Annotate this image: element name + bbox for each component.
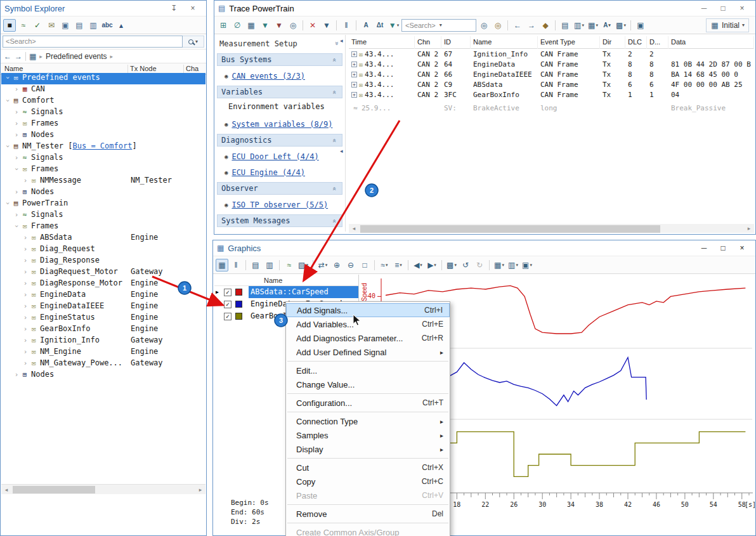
next-sample-icon[interactable]: ▶▾ [426,259,438,271]
maximize-button[interactable]: □ [714,242,733,254]
tree-item-enginestatus[interactable]: ›✉EngineStatusEngine [1,313,205,324]
menu-item-remove[interactable]: RemoveDel [286,507,450,521]
trace-row-absdata[interactable]: +✉43.4...CAN 2C9ABSdataCAN FrameTx664F 0… [349,79,754,89]
tree-item-diag-response[interactable]: ›✉Diag_Response [1,256,205,267]
expand-icon[interactable]: + [351,72,357,77]
sidebar-link-iso-tp-observer-5-5[interactable]: ◉ISO TP observer (5/5) [216,199,344,211]
menu-item-configuration[interactable]: Configuration...Ctrl+T [286,396,450,410]
menu-item-display[interactable]: Display▸ [286,442,450,456]
filter-view-icon[interactable]: ▼▾ [388,19,400,32]
tree-item-nm-gateway-powe[interactable]: ›✉NM_Gateway_Powe...Gateway [1,358,205,370]
chart-minimize-icon[interactable]: ▥ [263,259,276,271]
signal-visibility-checkbox[interactable]: ✓ [224,313,231,320]
menu-item-connection-type[interactable]: Connection Type▸ [286,414,450,428]
marker-icon[interactable]: ◆ [539,19,552,32]
column-header-data[interactable]: Data [668,36,754,49]
tree-twisty-icon[interactable]: › [13,85,20,93]
sidebar-link-ecu-door-left-4-4[interactable]: ◉ECU Door Left (4/4) [216,150,344,162]
trace-row-ignition-info[interactable]: +✉43.4...CAN 267Ignition_InfoCAN FrameTx… [349,49,754,59]
tree-twisty-icon[interactable]: › [22,291,29,299]
collapse-icon[interactable]: « [330,138,339,143]
tree-item-nodes[interactable]: ›⊞Nodes [1,370,205,381]
copy-list-icon[interactable]: ▣ [59,19,72,32]
column-header-cha[interactable]: Cha [186,65,199,72]
tree-twisty-icon[interactable]: › [22,359,29,367]
color-icon[interactable]: ▩▾ [615,19,627,32]
minimize-button[interactable]: ─ [694,242,714,254]
add-signal-list-icon[interactable]: ▧▾ [297,259,310,271]
tree-twisty-icon[interactable]: › [22,325,29,333]
columns-icon[interactable]: ▦▾ [587,19,599,32]
tree-twisty-icon[interactable]: › [4,200,12,207]
sidebar-link-ecu-engine-4-4[interactable]: ◉ECU Engine (4/4) [216,166,344,178]
find-icon[interactable]: ◎ [287,19,299,32]
sidebar-section-diagnostics[interactable]: Diagnostics« [217,134,342,147]
prev-sample-icon[interactable]: ◀▾ [412,259,424,271]
tree-twisty-icon[interactable]: › [22,245,29,253]
add-signal-icon[interactable]: ≈ [283,259,296,271]
tree-twisty-icon[interactable]: › [13,223,21,230]
tree-item-signals[interactable]: ›≈Signals [1,107,205,119]
chart-stacked-icon[interactable]: ▤ [249,259,262,271]
zoom-out-icon[interactable]: ⊖ [344,259,357,271]
tree-item-nodes[interactable]: ›⊞Nodes [1,187,205,199]
filter-stop-icon[interactable]: ▼ [273,19,285,32]
paste-list-icon[interactable]: ▤ [73,19,86,32]
find-next-icon[interactable]: ◎ [478,19,490,32]
menu-item-edit[interactable]: Edit... [286,363,450,377]
scrollbar-thumb[interactable] [13,486,95,494]
goto-back-icon[interactable]: ← [511,19,524,32]
tree-item-nmmessage[interactable]: ›✉NMMessageNM_Tester [1,176,205,187]
waveform-filter-icon[interactable]: ≈ [17,19,30,32]
search-button[interactable]: ▾ [183,36,204,48]
tree-item-nm-engine[interactable]: ›✉NM_EngineEngine [1,347,205,358]
undo-icon[interactable]: ↺ [459,259,472,271]
tree-twisty-icon[interactable]: › [22,302,29,310]
filter-pass-icon[interactable]: ▼ [259,19,271,32]
trace-row-enginedataieee[interactable]: +✉43.4...CAN 266EngineDataIEEECAN FrameT… [349,69,754,79]
zoom-in-icon[interactable]: ⊕ [330,259,343,271]
expand-icon[interactable]: + [351,92,357,98]
forward-button[interactable]: → [15,52,22,61]
search-input[interactable]: <Search> [3,36,183,48]
tree-item-signals[interactable]: ›≈Signals [1,210,205,221]
scrollbar-track[interactable] [359,224,744,233]
tree-item-signals[interactable]: ›≈Signals [1,153,205,164]
scroll-right-icon[interactable]: ▸ [744,225,754,232]
signal-select-icon[interactable]: ✓ [31,19,44,32]
collapse-icon[interactable]: « [330,58,339,62]
column-header-event-type[interactable]: Event Type [538,36,600,49]
tree-twisty-icon[interactable]: › [13,108,20,116]
expand-icon[interactable]: + [351,82,357,88]
sidebar-link-system-variables-8-9[interactable]: ◉System variables (8/9) [216,118,344,130]
pause-icon[interactable]: ‖ [230,259,242,271]
export-icon[interactable]: ▥▾ [573,19,585,32]
close-button[interactable]: × [733,2,752,15]
settings-icon[interactable]: ▣▾ [521,259,533,271]
menu-item-copy[interactable]: CopyCtrl+C [286,474,450,488]
tree-item-diag-request[interactable]: ›✉Diag_Request [1,244,205,256]
legend-row-absdata-carspeed[interactable]: ▶✓ABSdata::CarSpeed [214,286,358,298]
tree-twisty-icon[interactable]: › [22,268,29,276]
pin-icon[interactable]: ↧ [164,2,183,15]
tree-item-nm-tester[interactable]: ›▤NM_Tester [Bus = Comfort] [1,141,205,153]
tree-twisty-icon[interactable]: › [13,154,20,162]
menu-item-add-diagnostics-parameter[interactable]: Add Diagnostics Parameter...Ctrl+R [286,331,450,345]
filter-edit-icon[interactable]: ▼ [320,19,333,32]
fix-columns-icon[interactable]: ▦ [245,19,257,32]
menu-item-add-variables[interactable]: Add Variables...Ctrl+E [286,317,450,331]
message-filter-icon[interactable]: ✉ [45,19,58,32]
horizontal-scrollbar[interactable]: ◂ ▸ [349,224,754,233]
tree-item-enginedata[interactable]: ›✉EngineDataEngine [1,290,205,301]
scroll-right-icon[interactable]: ▸ [195,487,205,493]
scrollbar-thumb[interactable] [360,225,660,233]
clear-trace-icon[interactable]: ∅ [231,19,244,32]
tree-twisty-icon[interactable]: › [22,313,29,322]
collapse-all-icon[interactable]: ▴ [115,19,127,32]
pan-icon[interactable]: ⇄▾ [316,259,329,271]
sidebar-expander-measurement-setup[interactable]: Measurement Setup« [216,37,344,49]
collapse-icon[interactable]: « [330,90,339,95]
list-mode-button[interactable]: ■ [3,19,16,32]
tree-twisty-icon[interactable]: › [13,188,20,196]
bus-assignment-link[interactable]: Bus = Comfort [72,141,132,150]
